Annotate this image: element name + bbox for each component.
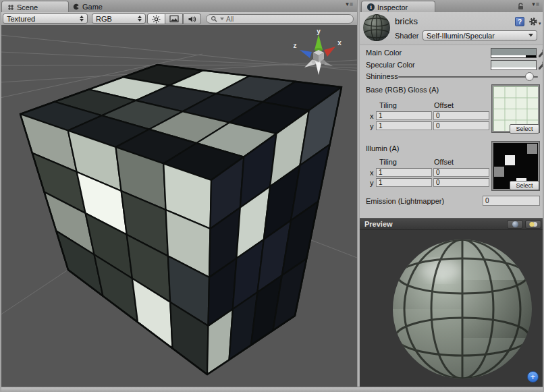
tab-inspector-label: Inspector [377,3,408,11]
search-scope-label: All [226,16,234,23]
updown-arrows-icon [138,16,142,22]
illumin-select-button[interactable]: Select [510,181,539,190]
tab-inspector[interactable]: i Inspector [361,1,435,13]
inspector-tabstrip: i Inspector ▾≡ [360,0,544,13]
y-row-label: y [370,179,374,187]
illumin-tiling-y-field[interactable]: 1 [376,178,432,187]
info-icon: i [367,3,375,11]
material-thumbnail-sphere[interactable] [362,13,391,42]
lock-icon[interactable] [516,2,525,11]
shader-label: Shader [395,32,418,40]
emission-label: Emission (Lightmapper) [366,197,444,205]
speaker-icon [188,15,196,24]
emission-field[interactable]: 0 [483,196,540,206]
base-tiling-x-field[interactable]: 1 [376,111,432,120]
gizmo-x-axis-cone[interactable] [324,47,335,57]
illumin-tiling-x-field[interactable]: 1 [376,168,432,177]
tab-scene[interactable]: Scene [1,1,69,13]
tab-game-label: Game [82,3,103,11]
illumin-offset-x-field[interactable]: 0 [433,168,489,177]
window-bottom-strip [0,387,544,392]
shader-value: Self-Illumin/Specular [427,32,495,40]
channel-value: RGB [96,15,112,23]
shader-dropdown[interactable]: Self-Illumin/Specular [423,30,537,40]
preview-header[interactable]: Preview [360,218,544,230]
preview-title: Preview [364,220,393,228]
gizmo-z-label: z [294,42,297,49]
render-mode-dropdown[interactable]: Textured [3,13,88,24]
material-header: bricks Shader Self-Illumin/Specular ? ▾ [360,12,544,45]
textured-cube[interactable] [20,65,342,374]
base-select-button[interactable]: Select [510,124,539,134]
game-icon [73,3,80,10]
illumin-map-label: Illumin (A) [366,144,400,152]
tab-scene-label: Scene [17,3,38,11]
scene-search-input[interactable]: All [206,14,354,24]
scene-pane-menu[interactable]: ▾≡ [346,1,354,7]
base-tiling-y-field[interactable]: 1 [376,121,432,130]
inspector-panel: i Inspector ▾≡ [360,0,544,387]
settings-gear[interactable]: ▾ [528,17,541,26]
dropdown-caret-icon [528,34,533,37]
specular-color-swatch[interactable] [491,60,537,70]
add-preview-button[interactable]: + [527,371,539,383]
gear-icon [528,17,538,26]
audio-toggle-button[interactable] [183,13,201,24]
shininess-label: Shininess [366,72,398,80]
base-offset-y-field[interactable]: 0 [433,121,489,130]
inspector-pane-menu[interactable]: ▾≡ [532,1,540,7]
preview-model-button[interactable] [507,220,523,229]
tab-game[interactable]: Game [67,1,108,12]
preview-sphere[interactable] [360,230,544,387]
render-mode-value: Textured [7,15,35,23]
channel-dropdown[interactable]: RGB [92,13,146,24]
offset-header: Offset [434,101,454,109]
shininess-slider-handle[interactable] [525,72,534,81]
grid-icon [7,4,14,11]
gizmo-x-label: x [337,39,342,47]
preview-area[interactable]: + [360,230,544,387]
window-left-edge [0,0,1,392]
updown-arrows-icon [80,16,84,22]
scene-viewport[interactable]: y x z [0,25,357,387]
main-color-swatch[interactable] [491,48,537,58]
x-row-label: x [370,169,374,177]
lighting-toggle-button[interactable] [147,13,165,24]
material-name: bricks [395,16,418,26]
scene-toolbar: Textured RGB [0,12,357,26]
two-lights-icon [528,221,539,228]
search-filter-caret-icon [220,18,224,21]
tiling-header: Tiling [379,158,397,166]
image-icon [169,15,179,23]
unity-editor-window: Scene Game ▾≡ Textured RGB [0,0,544,392]
tiling-header: Tiling [379,101,397,109]
sun-icon [152,15,161,24]
base-offset-x-field[interactable]: 0 [433,111,489,120]
search-icon [211,16,218,23]
sphere-icon [512,221,519,228]
offset-header: Offset [434,158,454,166]
gizmo-y-label: y [317,29,321,35]
help-icon[interactable]: ? [515,17,524,26]
shininess-slider-track[interactable] [398,76,538,78]
cube-svg [0,25,357,387]
preview-lighting-button[interactable] [525,220,541,229]
skybox-toggle-button[interactable] [165,13,183,24]
y-row-label: y [370,122,374,130]
gizmo-y-axis-cone[interactable] [315,34,323,50]
scene-panel: Scene Game ▾≡ Textured RGB [0,0,357,387]
gizmo-z-axis-cone[interactable] [300,50,312,58]
base-map-label: Base (RGB) Gloss (A) [366,86,439,94]
gear-caret-icon: ▾ [539,21,541,26]
x-row-label: x [370,112,374,120]
main-color-label: Main Color [366,49,402,57]
scene-tabstrip: Scene Game ▾≡ [0,0,357,13]
orientation-gizmo[interactable]: y x z [290,29,348,79]
illumin-offset-y-field[interactable]: 0 [433,178,489,187]
specular-color-label: Specular Color [366,61,415,69]
